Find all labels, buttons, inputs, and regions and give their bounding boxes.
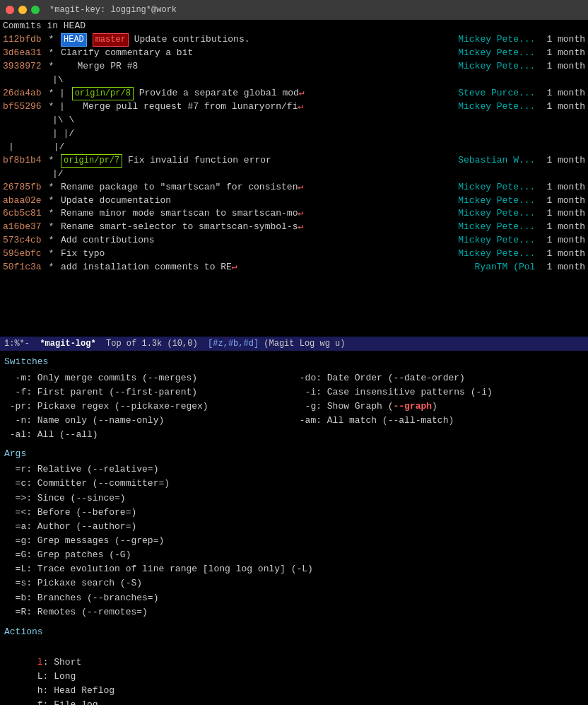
tag-origin-pr: origin/pr/7 <box>61 154 122 168</box>
list-item[interactable]: =s: Pickaxe search (-S) <box>4 576 584 590</box>
list-item[interactable]: l: Short L: Long h: Head Reflog f: File … <box>4 641 584 705</box>
table-row[interactable]: 3938972 * Merge PR #8 Mickey Pete... 1 m… <box>0 60 588 74</box>
list-item[interactable]: -m: Only merge commits (--merges) <box>4 371 294 385</box>
list-item[interactable]: =r: Relative (--relative=) <box>4 462 584 477</box>
list-item[interactable]: =g: Grep messages (--grep=) <box>4 534 584 548</box>
table-row[interactable]: 112bfdb * HEAD master Update contributio… <box>0 33 588 47</box>
graph-line: |\ <box>0 74 588 87</box>
list-item[interactable]: =L: Trace evolution of line range [long … <box>4 562 584 576</box>
graph-line: |\ \ <box>0 114 588 127</box>
table-row[interactable]: 50f1c3a * add installation comments to R… <box>0 261 588 274</box>
list-item[interactable]: -do: Date Order (--date-order) <box>294 371 584 385</box>
top-statusbar: 1:%*- *magit-log* Top of 1.3k (10,0) [#z… <box>0 337 588 351</box>
table-row[interactable]: 3d6ea31 * Clarify commentary a bit Micke… <box>0 47 588 60</box>
window-title: *magit-key: logging*@work <box>49 5 177 15</box>
table-row[interactable]: 26785fb * Rename package to "smartscan" … <box>0 181 588 194</box>
close-button[interactable] <box>6 6 14 14</box>
list-item[interactable]: -am: All match (--all-match) <box>294 414 584 428</box>
list-item[interactable]: -f: First parent (--first-parent) <box>4 385 294 400</box>
graph-line: ||/ <box>0 141 588 154</box>
table-row[interactable]: 595ebfc * Fix typo Mickey Pete... 1 mont… <box>0 247 588 261</box>
list-item[interactable]: -i: Case insensitive patterns (-i) <box>294 385 584 400</box>
table-row[interactable]: abaa02e * Update documentation Mickey Pe… <box>0 194 588 208</box>
switches-right: -do: Date Order (--date-order) -i: Case … <box>294 371 584 443</box>
list-item[interactable]: =G: Grep patches (-G) <box>4 548 584 562</box>
maximize-button[interactable] <box>31 6 40 14</box>
table-row[interactable]: 573c4cb * Add contributions Mickey Pete.… <box>0 234 588 247</box>
switches-grid: -m: Only merge commits (--merges) -f: Fi… <box>4 371 584 443</box>
table-row[interactable]: 6cb5c81 * Rename minor mode smartscan to… <box>0 207 588 221</box>
list-item[interactable]: -g: Show Graph (--graph) <box>294 400 584 414</box>
table-row[interactable]: 26da4ab * | origin/pr/8 Provide a separa… <box>0 87 588 100</box>
list-item[interactable]: =c: Committer (--committer=) <box>4 477 584 491</box>
list-item[interactable]: =<: Before (--before=) <box>4 506 584 520</box>
statusbar-buffer: *magit-log* <box>40 339 95 349</box>
args-list: =r: Relative (--relative=) =c: Committer… <box>4 462 584 619</box>
commit-sha: 112bfdb <box>3 33 42 47</box>
list-item[interactable]: -al: All (--all) <box>4 428 294 442</box>
commits-header: Commits in HEAD <box>0 20 588 33</box>
tag-origin-pr: origin/pr/8 <box>72 87 134 100</box>
actions-section-title: Actions <box>4 624 584 641</box>
commits-pane: Commits in HEAD 112bfdb * HEAD master Up… <box>0 20 588 337</box>
list-item[interactable]: =>: Since (--since=) <box>4 491 584 506</box>
switches-section-title: Switches <box>4 354 584 371</box>
statusbar-keys: [#z,#b,#d] <box>208 339 259 349</box>
list-item[interactable]: -n: Name only (--name-only) <box>4 414 294 428</box>
tag-head: HEAD <box>61 33 87 47</box>
args-section-title: Args <box>4 445 584 463</box>
list-item[interactable]: =a: Author (--author=) <box>4 520 584 534</box>
list-item[interactable]: -pr: Pickaxe regex (--pickaxe-regex) <box>4 400 294 414</box>
bottom-pane: Switches -m: Only merge commits (--merge… <box>0 351 588 705</box>
list-item[interactable]: =R: Remotes (--remotes=) <box>4 605 584 619</box>
titlebar: *magit-key: logging*@work <box>0 0 588 20</box>
table-row[interactable]: bf55296 * | Merge pull request #7 from l… <box>0 100 588 114</box>
switches-left: -m: Only merge commits (--merges) -f: Fi… <box>4 371 294 443</box>
list-item[interactable]: =b: Branches (--branches=) <box>4 591 584 605</box>
actions-section: Actions l: Short L: Long h: Head Reflog … <box>4 624 584 705</box>
graph-line: |/ <box>0 168 588 181</box>
table-row[interactable]: a16be37 * Rename smart-selector to smart… <box>0 221 588 234</box>
graph-line: | |/ <box>0 127 588 141</box>
minimize-button[interactable] <box>18 6 27 14</box>
table-row[interactable]: bf8b1b4 * origin/pr/7 Fix invalid functi… <box>0 154 588 168</box>
statusbar-left: 1:%*- <box>4 339 40 349</box>
tag-master: master <box>93 33 129 47</box>
